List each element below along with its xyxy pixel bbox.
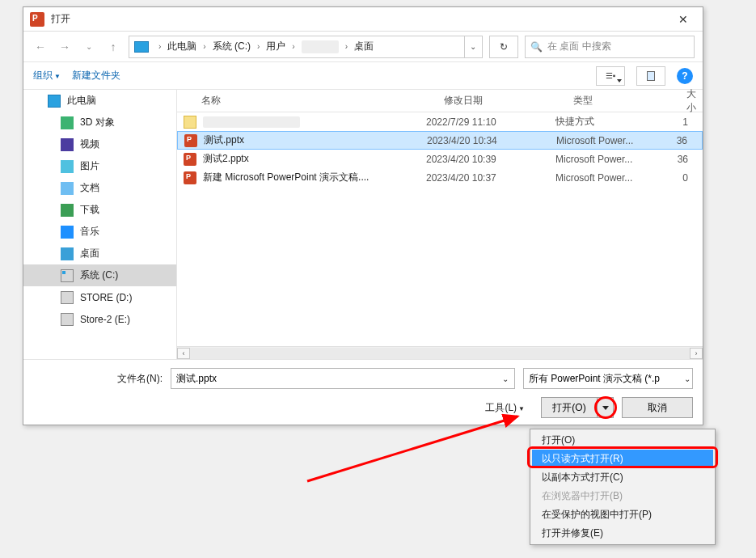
file-row[interactable]: 2022/7/29 11:10快捷方式1	[177, 112, 703, 131]
back-button[interactable]: ←	[32, 38, 49, 56]
menu-open[interactable]: 打开(O)	[532, 431, 713, 450]
bc-thispc[interactable]: 此电脑	[166, 38, 198, 55]
filename-input[interactable]: 测试.pptx ⌄	[171, 368, 515, 389]
bc-users[interactable]: 用户	[264, 38, 287, 55]
file-name-cell	[184, 116, 426, 129]
bc-drive[interactable]: 系统 (C:)	[211, 38, 252, 55]
organize-button[interactable]: 组织▼	[33, 69, 61, 82]
file-date: 2023/4/20 10:37	[426, 172, 555, 184]
powerpoint-file-icon	[184, 134, 199, 147]
preview-pane-button[interactable]	[636, 66, 665, 86]
file-name: 测试.pptx	[204, 133, 244, 147]
sidebar: 此电脑 3D 对象 视频 图片 文档 下载	[23, 90, 177, 359]
breadcrumb[interactable]: › 此电脑 › 系统 (C:) › 用户 › › 桌面 ⌄	[129, 36, 483, 58]
sidebar-item-store2-e[interactable]: Store-2 (E:)	[23, 308, 176, 330]
menu-open-copy[interactable]: 以副本方式打开(C)	[532, 468, 713, 487]
open-dropdown-button[interactable]	[597, 398, 613, 417]
file-type: Microsoft Power...	[555, 172, 669, 184]
col-size[interactable]: 大小	[686, 87, 703, 115]
sidebar-item-3dobjects[interactable]: 3D 对象	[23, 112, 176, 133]
powerpoint-icon	[30, 12, 44, 27]
file-row[interactable]: 测试2.pptx2023/4/20 10:39Microsoft Power..…	[177, 150, 703, 168]
sidebar-item-label: 图片	[80, 159, 99, 173]
menu-open-repair[interactable]: 打开并修复(E)	[532, 524, 713, 543]
desktop-icon	[61, 247, 74, 260]
column-headers[interactable]: 名称 修改日期 类型 大小	[177, 90, 703, 112]
filetype-label: 所有 PowerPoint 演示文稿 (*.p	[529, 372, 660, 386]
search-input[interactable]: 🔍 在 桌面 中搜索	[525, 36, 695, 58]
menu-open-browser: 在浏览器中打开(B)	[532, 487, 713, 505]
open-button[interactable]: 打开(O)	[542, 398, 597, 417]
powerpoint-file-icon	[184, 171, 198, 184]
filename-dropdown[interactable]: ⌄	[498, 369, 513, 388]
scroll-track[interactable]	[190, 348, 690, 359]
sidebar-item-store-d[interactable]: STORE (D:)	[23, 286, 176, 308]
history-dropdown[interactable]: ⌄	[80, 38, 98, 56]
file-name: 测试2.pptx	[203, 152, 249, 166]
file-row[interactable]: 测试.pptx2023/4/20 10:34Microsoft Power...…	[177, 131, 703, 150]
open-dropdown-menu: 打开(O) 以只读方式打开(R) 以副本方式打开(C) 在浏览器中打开(B) 在…	[530, 429, 716, 545]
scroll-left-button[interactable]: ‹	[177, 348, 190, 359]
triangle-down-icon	[602, 406, 609, 410]
file-date: 2023/4/20 10:34	[427, 135, 556, 146]
sidebar-item-label: Store-2 (E:)	[80, 314, 130, 325]
file-size: 1	[669, 116, 703, 128]
sidebar-item-pictures[interactable]: 图片	[23, 155, 176, 177]
filename-label: 文件名(N):	[33, 372, 163, 386]
bc-desktop[interactable]: 桌面	[353, 38, 375, 55]
file-name: 新建 Microsoft PowerPoint 演示文稿....	[203, 171, 369, 184]
scroll-right-button[interactable]: ›	[690, 348, 703, 359]
help-button[interactable]: ?	[677, 68, 693, 84]
sidebar-item-system-c[interactable]: 系统 (C:)	[23, 264, 176, 286]
file-date: 2023/4/20 10:39	[426, 154, 555, 165]
titlebar: 打开 ✕	[23, 7, 703, 32]
view-options-button[interactable]: ☰▪	[596, 66, 625, 86]
sidebar-item-label: STORE (D:)	[80, 292, 132, 303]
dialog-title: 打开	[51, 12, 70, 26]
breadcrumb-dropdown[interactable]: ⌄	[464, 36, 480, 57]
forward-button[interactable]: →	[56, 38, 74, 56]
sidebar-item-label: 此电脑	[67, 94, 96, 108]
sidebar-item-documents[interactable]: 文档	[23, 177, 176, 199]
col-date[interactable]: 修改日期	[444, 94, 573, 108]
menu-open-protected[interactable]: 在受保护的视图中打开(P)	[532, 505, 713, 524]
filetype-dropdown-icon: ⌄	[684, 374, 691, 383]
file-type: Microsoft Power...	[556, 135, 669, 146]
horizontal-scrollbar[interactable]: ‹ ›	[177, 346, 703, 359]
chevron-right-icon: ›	[340, 42, 353, 51]
tools-button[interactable]: 工具(L)▼	[485, 401, 525, 415]
file-type: 快捷方式	[555, 115, 669, 129]
chevron-right-icon: ›	[198, 42, 210, 51]
video-icon	[61, 138, 74, 151]
blurred-filename	[203, 116, 300, 128]
filetype-select[interactable]: 所有 PowerPoint 演示文稿 (*.p ⌄	[523, 368, 693, 389]
col-type[interactable]: 类型	[573, 94, 686, 108]
music-icon	[61, 226, 74, 239]
open-file-dialog: 打开 ✕ ← → ⌄ ↑ › 此电脑 › 系统 (C:) › 用户 › › 桌面…	[23, 6, 703, 425]
file-list[interactable]: 2022/7/29 11:10快捷方式1测试.pptx2023/4/20 10:…	[177, 112, 703, 346]
sidebar-item-label: 系统 (C:)	[80, 268, 118, 282]
bc-user-blurred	[302, 40, 339, 53]
cancel-button[interactable]: 取消	[622, 397, 693, 418]
file-list-area: 名称 修改日期 类型 大小 2022/7/29 11:10快捷方式1测试.ppt…	[177, 90, 703, 359]
refresh-button[interactable]: ↻	[489, 36, 518, 58]
file-size: 0	[669, 172, 703, 184]
file-size: 36	[669, 154, 703, 165]
file-row[interactable]: 新建 Microsoft PowerPoint 演示文稿....2023/4/2…	[177, 168, 703, 187]
col-name[interactable]: 名称	[201, 94, 444, 108]
sidebar-item-downloads[interactable]: 下载	[23, 199, 176, 221]
menu-open-readonly[interactable]: 以只读方式打开(R)	[532, 450, 713, 468]
chevron-right-icon: ›	[287, 42, 299, 51]
close-button[interactable]: ✕	[669, 11, 698, 28]
sidebar-item-thispc[interactable]: 此电脑	[23, 90, 176, 112]
sidebar-item-music[interactable]: 音乐	[23, 221, 176, 243]
newfolder-button[interactable]: 新建文件夹	[72, 69, 120, 82]
file-name-cell: 测试.pptx	[184, 133, 427, 147]
file-date: 2022/7/29 11:10	[426, 116, 555, 128]
sidebar-item-label: 视频	[80, 137, 99, 151]
sidebar-item-videos[interactable]: 视频	[23, 133, 176, 155]
sidebar-item-desktop[interactable]: 桌面	[23, 243, 176, 264]
up-button[interactable]: ↑	[104, 38, 122, 56]
search-placeholder: 在 桌面 中搜索	[547, 40, 611, 53]
sidebar-item-label: 文档	[80, 181, 99, 195]
